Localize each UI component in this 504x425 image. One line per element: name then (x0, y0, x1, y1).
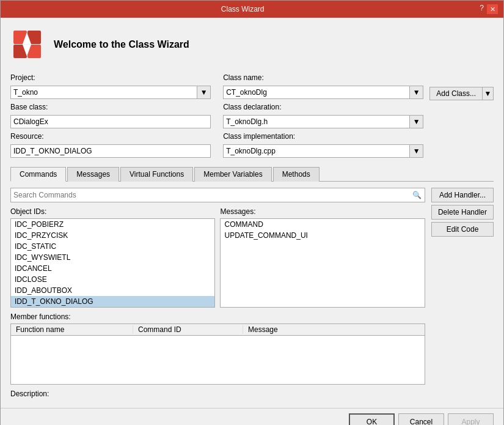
search-icon: 🔍 (410, 188, 425, 202)
delete-handler-button[interactable]: Delete Handler (431, 205, 494, 220)
add-class-btn-wrap: Add Class... ▼ (429, 87, 494, 100)
main-content: Welcome to the Class Wizard Project: T_o… (1, 18, 503, 408)
project-row: Project: (10, 73, 211, 82)
project-label: Project: (10, 73, 35, 82)
class-implementation-dropdown[interactable]: T_oknoDlg.cpp (223, 144, 410, 158)
messages-label: Messages: (220, 207, 425, 216)
messages-section: Messages: COMMAND UPDATE_COMMAND_UI (220, 207, 425, 308)
list-item[interactable]: IDD_ABOUTBOX (11, 285, 214, 296)
class-name-dropdown[interactable]: CT_oknoDlg (223, 86, 410, 99)
class-implementation-input-row: T_oknoDlg.cpp ▼ (223, 144, 423, 158)
add-class-arrow[interactable]: ▼ (483, 87, 494, 100)
titlebar-title: Class Wizard (5, 5, 480, 13)
class-implementation-dropdown-wrap: T_oknoDlg.cpp ▼ (223, 144, 423, 158)
class-declaration-dropdown-arrow[interactable]: ▼ (410, 115, 423, 128)
list-item[interactable]: IDC_POBIERZ (11, 219, 214, 230)
resource-row: Resource: (10, 132, 211, 141)
project-dropdown-wrap: T_okno ▼ (10, 86, 211, 99)
class-name-row: Class name: (223, 73, 423, 82)
titlebar-controls: ? ✕ (480, 4, 499, 15)
add-class-button[interactable]: Add Class... (429, 87, 483, 100)
list-item[interactable]: IDC_PRZYCISK (11, 230, 214, 241)
tab-virtual-functions[interactable]: Virtual Functions (120, 167, 193, 182)
list-item[interactable]: IDCLOSE (11, 274, 214, 285)
two-col-lists: Object IDs: IDC_POBIERZ IDC_PRZYCISK IDC… (10, 207, 425, 308)
resource-label: Resource: (10, 132, 44, 141)
edit-code-button[interactable]: Edit Code (431, 222, 494, 237)
left-field-col: Project: T_okno ▼ Base class: (10, 73, 211, 158)
member-table-header: Function name Command ID Message (11, 324, 425, 336)
class-name-label: Class name: (223, 73, 264, 82)
base-class-row: Base class: (10, 103, 211, 111)
resource-input[interactable] (10, 144, 211, 158)
col-message: Message (243, 325, 425, 334)
base-class-input-row (10, 115, 211, 128)
search-box: 🔍 (10, 188, 425, 202)
class-declaration-dropdown[interactable]: T_oknoDlg.h (223, 115, 410, 128)
ok-button[interactable]: OK (349, 413, 395, 425)
class-name-dropdown-row: CT_oknoDlg ▼ (223, 86, 423, 99)
right-panel: Add Handler... Delete Handler Edit Code (431, 188, 494, 398)
left-panel: 🔍 Object IDs: IDC_POBIERZ IDC_PRZYCISK I… (10, 188, 425, 398)
tabs-bar: Commands Messages Virtual Functions Memb… (10, 166, 494, 182)
description-label: Description: (10, 390, 49, 398)
close-button[interactable]: ✕ (486, 4, 499, 15)
base-class-label: Base class: (10, 103, 48, 111)
tab-methods[interactable]: Methods (273, 167, 320, 182)
class-implementation-label: Class implementation: (223, 132, 295, 141)
list-item[interactable]: COMMAND (221, 219, 424, 230)
add-class-btn-col: Add Class... ▼ (429, 87, 494, 100)
object-ids-list[interactable]: IDC_POBIERZ IDC_PRZYCISK IDC_STATIC IDC_… (10, 218, 215, 308)
project-dropdown-row: T_okno ▼ (10, 86, 211, 99)
base-class-input[interactable] (10, 115, 211, 128)
member-functions-label: Member functions: (10, 312, 425, 321)
tab-messages[interactable]: Messages (67, 167, 119, 182)
class-implementation-dropdown-arrow[interactable]: ▼ (410, 144, 423, 158)
resource-input-row (10, 144, 211, 158)
logo (10, 28, 44, 61)
col-command-id: Command ID (133, 325, 243, 334)
object-ids-section: Object IDs: IDC_POBIERZ IDC_PRZYCISK IDC… (10, 207, 215, 308)
project-dropdown-arrow[interactable]: ▼ (197, 86, 211, 99)
tab-member-variables[interactable]: Member Variables (194, 167, 271, 182)
list-item[interactable]: IDCANCEL (11, 263, 214, 274)
right-field-col: Class name: CT_oknoDlg ▼ Class declarati… (223, 73, 423, 158)
class-name-dropdown-arrow[interactable]: ▼ (410, 86, 423, 99)
class-declaration-input-row: T_oknoDlg.h ▼ (223, 115, 423, 128)
class-implementation-row: Class implementation: (223, 132, 423, 141)
fields-block: Project: T_okno ▼ Base class: (10, 73, 423, 158)
class-declaration-row: Class declaration: (223, 103, 423, 111)
tab-content: 🔍 Object IDs: IDC_POBIERZ IDC_PRZYCISK I… (10, 188, 494, 398)
list-item[interactable]: IDC_WYSWIETL (11, 252, 214, 263)
member-table: Function name Command ID Message (10, 323, 425, 385)
class-declaration-dropdown-wrap: T_oknoDlg.h ▼ (223, 115, 423, 128)
top-section: Project: T_okno ▼ Base class: (10, 73, 494, 158)
search-input[interactable] (11, 191, 410, 199)
class-wizard-dialog: Class Wizard ? ✕ Welcome to the Class Wi… (0, 0, 504, 425)
welcome-title: Welcome to the Class Wizard (54, 39, 189, 50)
description-section: Description: (10, 390, 425, 398)
cancel-button[interactable]: Cancel (398, 413, 444, 425)
messages-list[interactable]: COMMAND UPDATE_COMMAND_UI (220, 218, 425, 308)
object-ids-label: Object IDs: (10, 207, 215, 216)
list-item[interactable]: IDC_STATIC (11, 241, 214, 252)
help-icon[interactable]: ? (480, 4, 484, 15)
project-dropdown[interactable]: T_okno (10, 86, 197, 99)
titlebar: Class Wizard ? ✕ (1, 1, 503, 18)
member-functions-section: Member functions: Function name Command … (10, 312, 425, 385)
apply-button[interactable]: Apply (448, 413, 494, 425)
col-function-name: Function name (11, 325, 133, 334)
class-declaration-label: Class declaration: (223, 103, 281, 111)
header-section: Welcome to the Class Wizard (10, 28, 494, 67)
tab-commands[interactable]: Commands (10, 167, 66, 182)
add-handler-button[interactable]: Add Handler... (431, 188, 494, 202)
list-item[interactable]: UPDATE_COMMAND_UI (221, 230, 424, 241)
class-name-dropdown-wrap: CT_oknoDlg ▼ (223, 86, 423, 99)
list-item-selected[interactable]: IDD_T_OKNO_DIALOG (11, 296, 214, 307)
bottom-bar: OK Cancel Apply (1, 408, 503, 425)
